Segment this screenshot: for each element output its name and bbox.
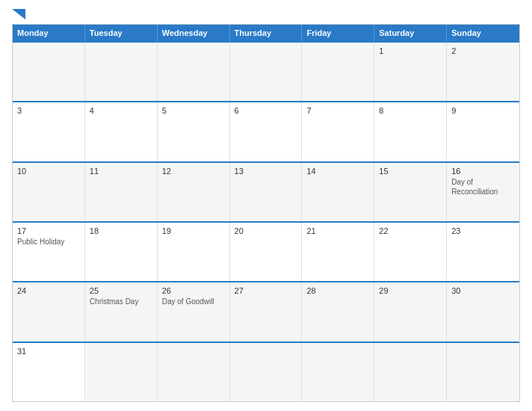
weekday-header-wednesday: Wednesday [158, 25, 230, 41]
day-number: 10 [17, 167, 80, 176]
event-label: Christmas Day [90, 297, 152, 306]
cal-cell-r0-c2 [158, 43, 230, 101]
day-number: 26 [162, 286, 225, 295]
cal-cell-r0-c3 [230, 43, 303, 101]
cal-cell-r4-c5: 29 [374, 282, 447, 341]
cal-cell-r1-c0: 3 [13, 102, 85, 161]
svg-marker-0 [12, 9, 25, 19]
cal-cell-r2-c2: 12 [158, 163, 230, 221]
cal-cell-r1-c2: 5 [158, 102, 230, 161]
cal-cell-r4-c2: 26Day of Goodwill [158, 282, 230, 341]
calendar-row-1: 3456789 [13, 101, 519, 161]
cal-cell-r2-c3: 13 [230, 163, 303, 221]
day-number: 12 [162, 167, 225, 176]
weekday-header-sunday: Sunday [447, 25, 519, 41]
day-number: 17 [17, 226, 80, 235]
day-number: 19 [162, 226, 225, 235]
day-number: 2 [451, 46, 515, 55]
weekday-header-monday: Monday [13, 25, 85, 41]
day-number: 25 [90, 286, 152, 295]
cal-cell-r5-c2 [158, 343, 230, 401]
cal-cell-r5-c1 [85, 343, 158, 401]
day-number: 28 [306, 286, 369, 295]
day-number: 7 [306, 106, 369, 115]
cal-cell-r5-c6 [447, 343, 519, 401]
cal-cell-r1-c6: 9 [447, 102, 519, 161]
cal-cell-r5-c0: 31 [13, 343, 85, 401]
calendar-header [12, 9, 520, 18]
cal-cell-r3-c3: 20 [230, 223, 303, 281]
weekday-header-saturday: Saturday [374, 25, 447, 41]
day-number: 5 [162, 106, 225, 115]
day-number: 15 [379, 167, 442, 176]
cal-cell-r3-c0: 17Public Holiday [13, 223, 85, 281]
calendar-body: 12345678910111213141516Day of Reconcilia… [13, 41, 519, 401]
cal-cell-r1-c5: 8 [374, 102, 447, 161]
event-label: Public Holiday [17, 237, 80, 247]
day-number: 24 [17, 286, 80, 295]
calendar-row-5: 31 [13, 342, 519, 401]
cal-cell-r4-c0: 24 [13, 282, 85, 341]
cal-cell-r2-c6: 16Day of Reconciliation [447, 163, 519, 221]
cal-cell-r4-c3: 27 [230, 282, 303, 341]
day-number: 18 [90, 226, 152, 235]
day-number: 21 [306, 226, 369, 235]
weekday-header-tuesday: Tuesday [85, 25, 158, 41]
logo-flag-icon [12, 9, 25, 19]
day-number: 13 [235, 167, 297, 176]
cal-cell-r5-c5 [374, 343, 447, 401]
cal-cell-r3-c6: 23 [447, 223, 519, 281]
day-number: 6 [235, 106, 297, 115]
cal-cell-r0-c0 [13, 43, 85, 101]
cal-cell-r0-c5: 1 [374, 43, 447, 101]
day-number: 3 [17, 106, 80, 115]
event-label: Day of Reconciliation [451, 177, 515, 197]
cal-cell-r5-c4 [302, 343, 374, 401]
day-number: 1 [379, 46, 442, 55]
cal-cell-r1-c1: 4 [85, 102, 158, 161]
cal-cell-r0-c6: 2 [447, 43, 519, 101]
calendar-row-3: 17Public Holiday181920212223 [13, 221, 519, 281]
day-number: 16 [451, 167, 515, 176]
cal-cell-r4-c4: 28 [302, 282, 374, 341]
cal-cell-r2-c1: 11 [85, 163, 158, 221]
calendar-row-4: 2425Christmas Day26Day of Goodwill272829… [13, 281, 519, 341]
day-number: 20 [235, 226, 297, 235]
day-number: 22 [379, 226, 442, 235]
day-number: 29 [379, 286, 442, 295]
cal-cell-r4-c1: 25Christmas Day [85, 282, 158, 341]
cal-cell-r0-c4 [302, 43, 374, 101]
cal-cell-r3-c1: 18 [85, 223, 158, 281]
cal-cell-r3-c2: 19 [158, 223, 230, 281]
calendar-row-0: 12 [13, 41, 519, 101]
day-number: 30 [451, 286, 515, 295]
cal-cell-r3-c5: 22 [374, 223, 447, 281]
cal-cell-r1-c3: 6 [230, 102, 303, 161]
cal-cell-r2-c0: 10 [13, 163, 85, 221]
day-number: 14 [306, 167, 369, 176]
cal-cell-r1-c4: 7 [302, 102, 374, 161]
day-number: 31 [17, 347, 80, 356]
logo [12, 9, 25, 18]
day-number: 27 [235, 286, 297, 295]
weekday-header-row: MondayTuesdayWednesdayThursdayFridaySatu… [13, 25, 519, 41]
cal-cell-r4-c6: 30 [447, 282, 519, 341]
cal-cell-r5-c3 [230, 343, 303, 401]
day-number: 11 [90, 167, 152, 176]
day-number: 4 [90, 106, 152, 115]
day-number: 8 [379, 106, 442, 115]
weekday-header-thursday: Thursday [230, 25, 303, 41]
cal-cell-r3-c4: 21 [302, 223, 374, 281]
day-number: 23 [451, 226, 515, 235]
weekday-header-friday: Friday [302, 25, 374, 41]
calendar-row-2: 10111213141516Day of Reconciliation [13, 161, 519, 221]
day-number: 9 [451, 106, 515, 115]
cal-cell-r0-c1 [85, 43, 158, 101]
calendar: MondayTuesdayWednesdayThursdayFridaySatu… [12, 24, 520, 402]
event-label: Day of Goodwill [162, 297, 225, 306]
cal-cell-r2-c5: 15 [374, 163, 447, 221]
cal-cell-r2-c4: 14 [302, 163, 374, 221]
